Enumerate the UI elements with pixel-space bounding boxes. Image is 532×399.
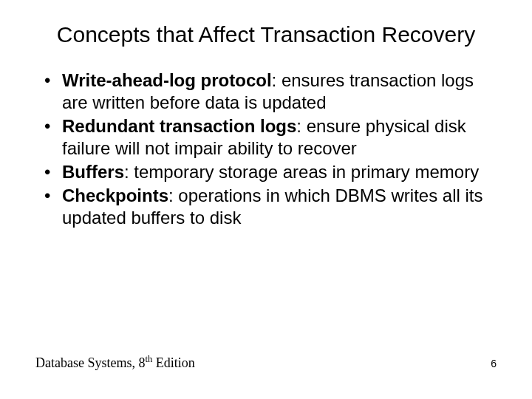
bullet-term: Write-ahead-log protocol <box>62 70 272 90</box>
footer-ordinal: th <box>145 354 152 364</box>
bullet-list: Write-ahead-log protocol: ensures transa… <box>35 69 497 229</box>
footer-source-prefix: Database Systems, 8 <box>35 355 145 370</box>
bullet-term: Buffers <box>62 162 124 182</box>
footer-source: Database Systems, 8th Edition <box>35 354 195 371</box>
list-item: Write-ahead-log protocol: ensures transa… <box>41 69 497 114</box>
footer-source-suffix: Edition <box>152 355 195 370</box>
slide-title: Concepts that Affect Transaction Recover… <box>35 21 497 49</box>
page-number: 6 <box>491 358 497 369</box>
list-item: Redundant transaction logs: ensure physi… <box>41 115 497 160</box>
bullet-term: Checkpoints <box>62 185 168 205</box>
list-item: Checkpoints: operations in which DBMS wr… <box>41 185 497 229</box>
bullet-desc: : temporary storage areas in primary mem… <box>124 162 479 182</box>
bullet-term: Redundant transaction logs <box>62 116 296 136</box>
list-item: Buffers: temporary storage areas in prim… <box>41 161 497 183</box>
slide-footer: Database Systems, 8th Edition 6 <box>35 354 497 371</box>
